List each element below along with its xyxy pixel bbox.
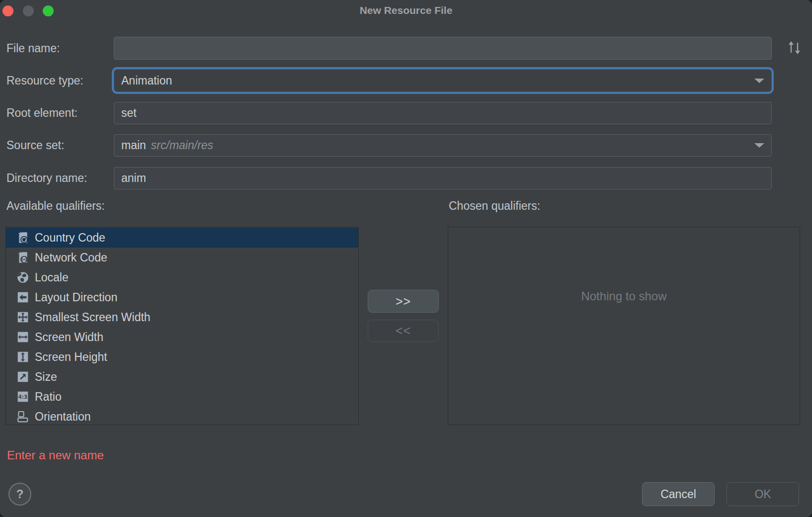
list-item-orientation[interactable]: Orientation [6,407,358,427]
list-item-label: Layout Direction [35,291,117,304]
root-element-field[interactable] [114,102,772,124]
directory-name-input[interactable] [121,172,764,185]
help-button[interactable]: ? [8,483,31,506]
list-item-label: Network Code [35,251,107,264]
titlebar: New Resource File [0,0,812,21]
list-item-label: Smallest Screen Width [35,311,151,324]
remove-qualifier-button[interactable]: << [368,320,439,342]
resource-type-value: Animation [121,74,172,87]
list-item-label: Orientation [35,410,91,424]
recent-history-arrows-icon[interactable] [786,40,803,55]
list-item-size[interactable]: Size [6,367,358,387]
layout-direction-icon [16,291,29,304]
resource-type-label: Resource type: [6,69,83,92]
chevron-down-icon[interactable] [754,79,764,83]
list-item-ratio[interactable]: 4:3 Ratio [6,387,358,407]
list-item-label: Ratio [35,390,62,404]
file-name-field[interactable] [114,37,772,60]
list-item-screen-width[interactable]: Screen Width [6,327,358,347]
list-item-layout-direction[interactable]: Layout Direction [6,287,358,307]
resource-type-select[interactable]: Animation [114,69,772,92]
available-qualifiers-label: Available qualifiers: [6,199,105,213]
source-set-value: main [121,139,146,152]
country-code-icon [16,231,29,244]
size-icon [16,370,29,383]
dialog-title: New Resource File [0,0,812,21]
empty-list-message: Nothing to show [448,289,800,303]
chosen-qualifiers-list[interactable]: Nothing to show [448,227,800,425]
list-item-label: Country Code [35,231,105,245]
screen-height-icon [16,350,29,363]
root-element-input[interactable] [121,106,764,120]
svg-text:4:3: 4:3 [18,394,27,400]
list-item-smallest-screen-width[interactable]: Smallest Screen Width [6,307,358,327]
question-mark-icon: ? [16,487,24,501]
root-element-label: Root element: [6,102,78,124]
source-set-label: Source set: [6,134,64,157]
smallest-screen-width-icon [16,311,29,324]
list-item-label: Screen Height [35,350,107,364]
list-item-network-code[interactable]: Network Code [6,248,358,267]
list-item-label: Screen Width [35,331,103,344]
list-item-locale[interactable]: Locale [6,267,358,287]
screen-width-icon [16,331,29,344]
directory-name-label: Directory name: [6,167,87,189]
file-name-label: File name: [6,37,60,60]
list-item-label: Locale [35,271,69,284]
file-name-input[interactable] [121,42,764,55]
add-qualifier-button[interactable]: >> [368,290,439,313]
list-item-country-code[interactable]: Country Code [6,228,358,248]
ratio-icon: 4:3 [16,390,29,403]
locale-icon [16,271,29,284]
cancel-button[interactable]: Cancel [642,482,715,506]
chevron-down-icon[interactable] [754,143,764,148]
source-set-path-hint: src/main/res [151,139,213,152]
directory-name-field[interactable] [114,167,772,189]
source-set-select[interactable]: main src/main/res [114,134,772,157]
validation-error-message: Enter a new name [7,448,104,462]
orientation-icon [16,410,29,423]
chosen-qualifiers-label: Chosen qualifiers: [449,199,540,213]
ok-button[interactable]: OK [727,482,799,506]
list-item-screen-height[interactable]: Screen Height [6,347,358,367]
available-qualifiers-list[interactable]: Country Code Network Code Locale [5,227,359,425]
list-item-label: Size [35,370,57,384]
new-resource-file-dialog: New Resource File File name: Resource ty… [0,0,812,517]
network-code-icon [16,251,29,264]
